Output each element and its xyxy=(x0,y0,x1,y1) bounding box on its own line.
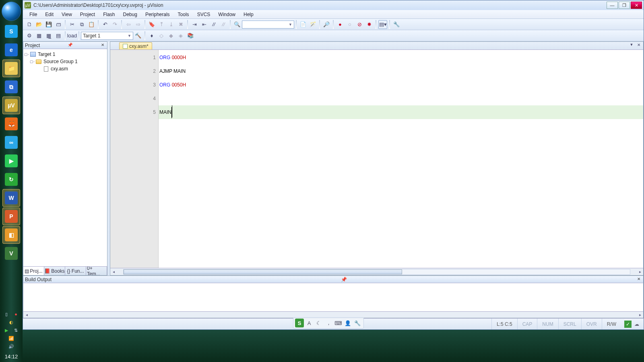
tree-collapse-icon[interactable]: ▢- xyxy=(30,60,35,64)
rebuild-button[interactable]: ▦̲ xyxy=(44,31,53,40)
configure-button[interactable]: 🔧 xyxy=(392,20,401,29)
menu-flash[interactable]: Flash xyxy=(99,11,119,18)
taskbar-baidu-button[interactable]: ∞ xyxy=(2,134,20,151)
minimize-button[interactable]: — xyxy=(607,2,618,9)
breakpoint-toggle-button[interactable]: ○ xyxy=(345,20,354,29)
menu-view[interactable]: View xyxy=(58,11,76,18)
scroll-right-button[interactable]: ▸ xyxy=(637,313,643,317)
redo-button[interactable]: ↷ xyxy=(110,20,119,29)
ime-moon-icon[interactable]: ☾ xyxy=(314,319,323,327)
project-tab-books[interactable]: 📕 Books xyxy=(44,267,65,275)
translate-button[interactable]: ⚙ xyxy=(25,31,34,40)
bookmark-next-button[interactable]: ⤓ xyxy=(167,20,175,29)
bookmark-button[interactable]: 🔖 xyxy=(147,20,156,29)
outdent-button[interactable]: ⇤ xyxy=(200,20,208,29)
project-tree[interactable]: ▢- Target 1 ▢- Source Group 1 cxy.asm xyxy=(23,49,107,266)
tray-net-icon[interactable]: ⇅ xyxy=(13,328,19,334)
taskbar-app1-button[interactable]: ◧ xyxy=(2,226,20,244)
tray-upd-icon[interactable]: ◐ xyxy=(8,320,14,326)
tray-flag-icon[interactable]: ✓ xyxy=(624,321,632,328)
options-button[interactable]: 🔨 xyxy=(134,31,142,40)
tray-record-icon[interactable]: ● xyxy=(13,312,19,318)
editor-body[interactable]: 12345 ORG 0000HAJMP MAINORG 0050HMAIN xyxy=(110,50,643,268)
breakpoint-disable-button[interactable]: ⊘ xyxy=(355,20,364,29)
maximize-button[interactable]: ❐ xyxy=(619,2,630,9)
build-button[interactable]: ▦ xyxy=(35,31,43,40)
code-line[interactable]: ORG 0000H xyxy=(159,51,643,64)
taskbar-ie-button[interactable]: e xyxy=(2,41,20,59)
taskbar-sync-button[interactable]: ↻ xyxy=(2,171,20,188)
close-icon[interactable]: ✕ xyxy=(636,277,642,282)
menu-window[interactable]: Window xyxy=(214,11,239,18)
tree-target-node[interactable]: ▢- Target 1 xyxy=(24,51,106,58)
pin-icon[interactable]: 📌 xyxy=(67,43,73,48)
pack-installer-button[interactable]: ◆ xyxy=(167,31,175,40)
build-output-body[interactable] xyxy=(23,283,643,311)
paste-button[interactable]: 📋 xyxy=(87,20,96,29)
project-panel-header[interactable]: Project 📌 ✕ xyxy=(23,42,107,49)
scroll-left-button[interactable]: ◂ xyxy=(110,269,117,274)
breakpoint-insert-button[interactable]: ● xyxy=(336,20,345,29)
ime-lang-button[interactable]: A xyxy=(305,319,314,327)
taskbar-word-button[interactable]: W xyxy=(2,189,20,207)
debug-sym-button[interactable]: 📄 xyxy=(299,20,308,29)
taskbar-vs-button[interactable]: V xyxy=(2,245,20,262)
taskbar-clock[interactable]: 14:12 xyxy=(0,354,23,360)
copy-button[interactable]: ⧉ xyxy=(77,20,86,29)
editor-code[interactable]: ORG 0000HAJMP MAINORG 0050HMAIN xyxy=(159,50,643,268)
taskbar-media-button[interactable]: ▶ xyxy=(2,152,20,170)
bookmark-prev-button[interactable]: ⤒ xyxy=(157,20,166,29)
window-layout-button[interactable]: ▤▾ xyxy=(378,20,387,29)
code-line[interactable]: MAIN xyxy=(159,105,643,119)
batch-build-button[interactable]: ▤ xyxy=(54,31,63,40)
taskbar-ppt-button[interactable]: P xyxy=(2,208,20,225)
editor-tabs-menu-button[interactable]: ▼ xyxy=(629,43,634,48)
close-icon[interactable]: ✕ xyxy=(100,43,105,48)
tree-file-node[interactable]: cxy.asm xyxy=(24,65,106,72)
build-output-header[interactable]: Build Output 📌 ✕ xyxy=(23,276,643,283)
pin-icon[interactable]: 📌 xyxy=(341,277,347,282)
nav-back-button[interactable]: ⇦ xyxy=(124,20,133,29)
select-packs-button[interactable]: ◇ xyxy=(157,31,166,40)
project-tab-templates[interactable]: 0+ Tem... xyxy=(86,267,107,275)
taskbar-uvision-button[interactable]: µV xyxy=(2,97,20,114)
tree-collapse-icon[interactable]: ▢- xyxy=(24,52,29,56)
menu-edit[interactable]: Edit xyxy=(41,11,58,18)
nav-fwd-button[interactable]: ⇨ xyxy=(134,20,142,29)
taskbar-skype-button[interactable]: S xyxy=(2,23,20,40)
find-in-files-button[interactable]: 🔍 xyxy=(233,20,242,29)
undo-button[interactable]: ↶ xyxy=(101,20,109,29)
manage-components-button[interactable]: ♦ xyxy=(147,31,156,40)
scroll-right-button[interactable]: ▸ xyxy=(637,269,643,274)
new-file-button[interactable]: 🗋 xyxy=(25,20,34,29)
target-select[interactable]: Target 1 ▼ xyxy=(81,32,133,40)
editor-hscrollbar[interactable]: ◂ ▸ xyxy=(110,268,643,275)
ime-user-button[interactable]: 👤 xyxy=(343,319,352,327)
tray-battery-icon[interactable]: ▯ xyxy=(3,312,10,318)
tree-group-node[interactable]: ▢- Source Group 1 xyxy=(24,58,106,65)
tray-cloud-icon[interactable]: ☁ xyxy=(633,321,640,328)
menu-svcs[interactable]: SVCS xyxy=(193,11,215,18)
menu-project[interactable]: Project xyxy=(76,11,99,18)
taskbar-firefox-button[interactable]: 🦊 xyxy=(2,115,20,133)
title-bar[interactable]: µV C:\Users\Administrator\Desktop\1701cx… xyxy=(23,0,644,10)
project-tab-project[interactable]: ▤ Proj... xyxy=(23,267,44,275)
taskbar-explorer-button[interactable]: 📁 xyxy=(2,60,20,77)
ime-mode-button[interactable]: S xyxy=(295,319,304,327)
debug-magnify-button[interactable]: 🔎 xyxy=(322,20,331,29)
editor-tabs-close-button[interactable]: ✕ xyxy=(636,43,642,48)
build-hscrollbar[interactable]: ◂ ▸ xyxy=(23,311,643,318)
start-button[interactable] xyxy=(2,2,21,21)
ime-toolbar[interactable]: S A ☾ ， ⌨ 👤 🔧 xyxy=(293,317,364,329)
debug-wand-button[interactable]: 🪄 xyxy=(308,20,317,29)
editor-tab[interactable]: cxy.asm* xyxy=(119,42,152,49)
find-combo[interactable]: ▼ xyxy=(242,21,294,29)
open-file-button[interactable]: 📂 xyxy=(35,20,43,29)
code-line[interactable]: AJMP MAIN xyxy=(159,64,643,78)
indent-button[interactable]: ⇥ xyxy=(190,20,199,29)
comment-button[interactable]: // xyxy=(209,20,218,29)
scroll-thumb[interactable] xyxy=(124,269,402,274)
breakpoint-killall-button[interactable]: ✸ xyxy=(365,20,374,29)
tray-wifi-icon[interactable]: 📶 xyxy=(8,336,14,342)
save-button[interactable]: 💾 xyxy=(44,20,53,29)
